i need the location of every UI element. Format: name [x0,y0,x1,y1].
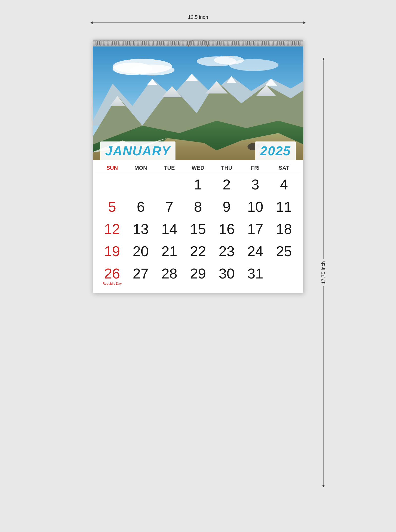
day-29: 29 [184,262,212,288]
spiral-coil [144,41,147,46]
spiral-coil [118,41,120,46]
right-arrow-head [303,22,306,24]
spiral-coil [298,41,300,46]
empty-cell-2 [126,173,155,196]
down-arrow-head [322,485,325,487]
spiral-coil [261,41,263,46]
day-headers-row: SUN MON TUE WED THU FRI SAT [95,160,301,173]
spiral-coil [287,41,289,46]
spiral-coil [107,41,109,46]
day-1: 1 [184,173,212,196]
horizontal-arrow-line [93,23,303,23]
day-header-thu: THU [212,163,241,173]
spiral-coil [264,41,267,46]
empty-cell-1 [98,173,126,196]
spiral-coil [231,41,233,46]
day-27: 27 [126,262,155,288]
spiral-coil [253,41,255,46]
day-24: 24 [241,240,270,262]
day-21: 21 [155,240,184,262]
day-header-wed: WED [184,163,212,173]
spiral-coil [268,41,270,46]
day-16: 16 [212,218,241,240]
day-header-sun: SUN [98,163,126,173]
republic-day-label: Republic Day [102,282,122,285]
spiral-binding [93,40,303,46]
day-header-sat: SAT [270,163,298,173]
spiral-coil [283,41,285,46]
spiral-coil [129,41,131,46]
page-container: 12.5 inch 17.75 inch [0,10,396,532]
spiral-coil [276,41,278,46]
spiral-coil [227,41,229,46]
spiral-coil [156,41,158,46]
spiral-coil [257,41,259,46]
day-17: 17 [241,218,270,240]
calendar-grid: 1 2 3 4 5 6 7 8 9 10 11 12 13 14 15 16 1… [95,173,301,293]
spiral-coil [216,41,218,46]
day-14: 14 [155,218,184,240]
spiral-coil [133,41,135,46]
spiral-coil [171,41,173,46]
day-26: 26 Republic Day [98,262,126,288]
day-header-tue: TUE [155,163,184,173]
day-15: 15 [184,218,212,240]
calendar-card: JANUARY 2025 SUN MON TUE WED THU FRI SAT… [93,40,303,293]
day-12: 12 [98,218,126,240]
day-5: 5 [98,196,126,218]
day-18: 18 [270,218,298,240]
spiral-coil [141,41,143,46]
vertical-arrow-line [323,60,324,259]
day-header-fri: FRI [241,163,270,173]
spiral-coil [96,41,98,46]
left-arrow-head [90,22,93,24]
month-badge: JANUARY [100,141,175,160]
day-7: 7 [155,196,184,218]
spiral-coil [238,41,240,46]
width-label: 12.5 inch [188,14,208,20]
day-31: 31 [241,262,270,288]
spiral-coil [167,41,169,46]
day-20: 20 [126,240,155,262]
spiral-coil [152,41,154,46]
up-arrow-head [322,58,325,60]
height-label: 17.75 inch [321,259,326,286]
day-22: 22 [184,240,212,262]
day-8: 8 [184,196,212,218]
day-4: 4 [270,173,298,196]
spiral-coil [223,41,225,46]
day-11: 11 [270,196,298,218]
spiral-handle [188,40,208,47]
spiral-coil [279,41,282,46]
day-28: 28 [155,262,184,288]
spiral-coil [111,41,113,46]
month-label: JANUARY [105,144,171,158]
day-30: 30 [212,262,241,288]
spiral-coil [186,41,188,46]
spiral-coil [219,41,222,46]
spiral-coil [174,41,176,46]
day-10: 10 [241,196,270,218]
spiral-coil [137,41,139,46]
spiral-coil [294,41,297,46]
spiral-coil [148,41,150,46]
spiral-coil [159,41,162,46]
vertical-arrow-line-2 [323,286,324,485]
height-dimension: 17.75 inch [321,58,326,487]
spiral-coil [242,41,244,46]
day-3: 3 [241,173,270,196]
empty-cell-end [270,262,298,288]
svg-point-6 [229,59,278,71]
day-9: 9 [212,196,241,218]
spiral-coil [212,41,214,46]
year-badge: 2025 [255,141,296,160]
day-header-mon: MON [126,163,155,173]
svg-point-3 [130,65,174,75]
spiral-coil [99,41,101,46]
spiral-coil [114,41,117,46]
spiral-coil [272,41,274,46]
day-25: 25 [270,240,298,262]
width-dimension: 12.5 inch [90,14,306,24]
year-label: 2025 [260,144,291,158]
spiral-coil [103,41,105,46]
